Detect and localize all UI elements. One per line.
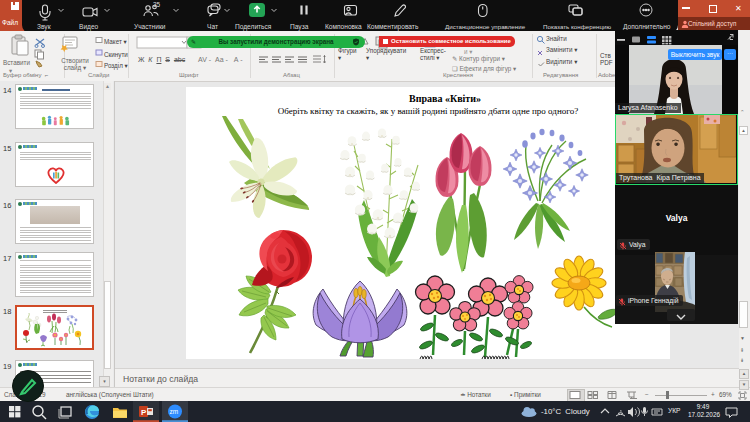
svg-text:zm: zm	[170, 408, 179, 415]
svg-text:P: P	[141, 408, 147, 417]
svg-text:35: 35	[153, 1, 161, 8]
